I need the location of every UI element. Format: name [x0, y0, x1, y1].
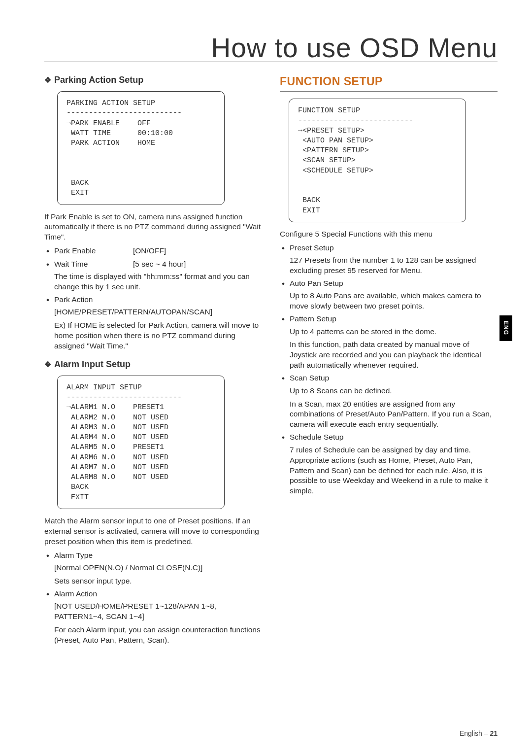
page-title: How to use OSD Menu: [211, 32, 498, 64]
left-column: ❖Parking Action Setup PARKING ACTION SET…: [44, 75, 262, 649]
alarm-type-label: Alarm Type: [54, 551, 262, 560]
autopan-setup-label: Auto Pan Setup: [290, 279, 498, 288]
right-column: FUNCTION SETUP FUNCTION SETUP ----------…: [280, 75, 498, 649]
scan-setup-desc: Up to 8 Scans can be defined.: [290, 386, 498, 396]
scan-setup-desc2: In a Scan, max 20 entities are assigned …: [290, 399, 498, 430]
alarm-heading: ❖Alarm Input Setup: [44, 359, 262, 370]
scan-setup-label: Scan Setup: [290, 374, 498, 382]
schedule-setup-label: Schedule Setup: [290, 433, 498, 442]
pattern-setup-desc2: In this function, path data created by m…: [290, 340, 498, 371]
alarm-type-desc: Sets sensor input type.: [54, 576, 262, 586]
autopan-setup-desc: Up to 8 Auto Pans are available, which m…: [290, 291, 498, 311]
alarm-action-label: Alarm Action: [54, 589, 262, 598]
park-action-desc: Ex) If HOME is selected for Park Action,…: [54, 320, 262, 351]
osd-parking-box: PARKING ACTION SETUP -------------------…: [57, 91, 225, 205]
pattern-setup-label: Pattern Setup: [290, 314, 498, 323]
schedule-setup-desc: 7 rules of Schedule can be assigned by d…: [290, 445, 498, 497]
alarm-type-opts: [Normal OPEN(N.O) / Normal CLOSE(N.C)]: [54, 563, 262, 573]
wait-time-desc: The time is displayed with "hh:mm:ss" fo…: [54, 272, 262, 292]
parking-heading: ❖Parking Action Setup: [44, 75, 262, 85]
pattern-setup-desc: Up to 4 patterns can be stored in the do…: [290, 327, 498, 337]
diamond-icon: ❖: [44, 360, 51, 369]
wait-time-label: Wait Time: [54, 260, 133, 269]
osd-function-box: FUNCTION SETUP -------------------------…: [289, 99, 466, 222]
park-action-opts: [HOME/PRESET/PATTERN/AUTOPAN/SCAN]: [54, 307, 262, 317]
alarm-intro: Match the Alarm sensor input to one of P…: [44, 516, 262, 547]
function-intro: Configure 5 Special Functions with this …: [280, 229, 498, 240]
function-setup-heading: FUNCTION SETUP: [280, 75, 498, 92]
park-enable-label: Park Enable: [54, 246, 133, 255]
alarm-action-desc: For each Alarm input, you can assign cou…: [54, 625, 262, 646]
preset-setup-label: Preset Setup: [290, 243, 498, 252]
diamond-icon: ❖: [44, 76, 51, 84]
osd-alarm-box: ALARM INPUT SETUP ----------------------…: [57, 376, 225, 509]
language-tab: ENG: [499, 315, 512, 341]
park-enable-value: [ON/OFF]: [133, 246, 166, 255]
wait-time-value: [5 sec ~ 4 hour]: [133, 260, 186, 269]
preset-setup-desc: 127 Presets from the number 1 to 128 can…: [290, 255, 498, 276]
parking-intro: If Park Enable is set to ON, camera runs…: [44, 212, 262, 243]
alarm-action-opts: [NOT USED/HOME/PRESET 1~128/APAN 1~8, PA…: [54, 601, 262, 622]
page-footer: English – 21: [460, 729, 498, 737]
park-action-label: Park Action: [54, 295, 262, 304]
